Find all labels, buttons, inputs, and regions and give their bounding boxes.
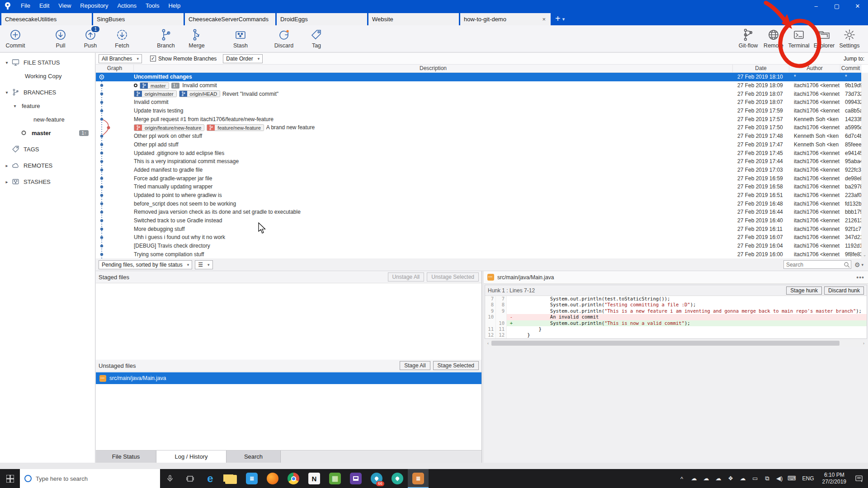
commit-row[interactable]: More debugging stuff27 Feb 2019 16:11ita… (96, 225, 861, 233)
repo-tab[interactable]: DroidEggs (277, 13, 367, 25)
taskbar-app-maps[interactable] (387, 469, 408, 488)
start-button[interactable] (0, 469, 20, 488)
menu-edit[interactable]: Edit (35, 0, 54, 12)
menu-actions[interactable]: Actions (113, 0, 141, 12)
search-input[interactable] (783, 260, 851, 269)
menu-file[interactable]: File (16, 0, 35, 12)
stash-button[interactable]: Stash (226, 27, 255, 49)
taskbar-app-notion[interactable]: N (304, 469, 325, 488)
settings-button[interactable]: Settings (837, 27, 862, 49)
unstaged-file-row[interactable]: ⋯ src/main/java/Main.java (96, 372, 481, 384)
sidebar-item-feature[interactable]: ▾feature (0, 99, 95, 113)
commit-row[interactable]: Updated .gitignore to add eclipse files2… (96, 149, 861, 157)
onedrive-cloud-icon[interactable]: ☁ (688, 475, 700, 482)
tab-log-history[interactable]: Log / History (156, 450, 226, 463)
branch-label[interactable]: origin/HEAD (179, 90, 221, 97)
tab-list-dropdown-icon[interactable]: ▾ (562, 16, 565, 22)
taskbar-search-box[interactable]: Type here to search (20, 469, 160, 488)
repo-tab[interactable]: CheesecakeServerCommands (185, 13, 275, 25)
repo-tab[interactable]: CheesecakeUtilities (1, 13, 92, 25)
close-button[interactable]: ✕ (847, 0, 868, 12)
commit-row[interactable]: master1↑Invalid commit27 Feb 2019 18:09i… (96, 81, 861, 90)
battery-icon[interactable]: ▭ (749, 475, 761, 482)
network-icon[interactable]: ⧉ (761, 475, 774, 482)
repo-tab-active[interactable]: how-to-git-demo× (460, 13, 551, 25)
sidebar-item-working-copy[interactable]: Working Copy (0, 69, 95, 83)
taskbar-app-sourcetree[interactable]: 66 (366, 469, 387, 488)
touch-keyboard-icon[interactable]: ⌨ (786, 475, 798, 482)
chevron-down-icon[interactable]: ▾ (4, 90, 10, 95)
commit-row[interactable]: Tried manually updating wrapper27 Feb 20… (96, 183, 861, 191)
history-column-headers[interactable]: GraphDescriptionDateAuthorCommit (96, 65, 861, 73)
commit-row[interactable]: Merge pull request #1 from itachi1706/fe… (96, 115, 861, 123)
commit-button[interactable]: Commit (1, 27, 30, 49)
taskbar-app-file-explorer[interactable] (221, 469, 241, 488)
sidebar-item-file-status[interactable]: ▾FILE STATUS (0, 56, 95, 69)
action-center-icon[interactable] (850, 475, 868, 482)
commit-row[interactable]: Force add gradle-wrapper jar file27 Feb … (96, 174, 861, 183)
tag-button[interactable]: Tag (302, 27, 331, 49)
tab-file-status[interactable]: File Status (96, 450, 156, 463)
stage-hunk-button[interactable]: Stage hunk (786, 286, 822, 295)
fetch-button[interactable]: Fetch (108, 27, 137, 49)
sidebar-item-remotes[interactable]: ▸REMOTES (0, 159, 95, 172)
pull-button[interactable]: Pull (46, 27, 75, 49)
commit-row[interactable]: before_script does not seem to be workin… (96, 199, 861, 208)
backup-cloud-icon[interactable]: ☁ (737, 475, 749, 482)
sidebar-item-master[interactable]: master1↑ (0, 126, 95, 140)
scroll-right-arrow[interactable]: › (860, 341, 867, 346)
git-flow-button[interactable]: Git-flow (736, 27, 761, 49)
scroll-left-arrow[interactable]: ‹ (485, 341, 491, 346)
taskbar-app-edge[interactable]: e (200, 469, 221, 488)
speaker-icon[interactable]: ◀) (774, 475, 786, 482)
column-header-author[interactable]: Author (789, 65, 840, 72)
task-view-icon[interactable] (180, 469, 200, 488)
sidebar-item-new-feature[interactable]: new-feature (0, 113, 95, 126)
commit-row[interactable]: Update travis testing27 Feb 2019 17:59it… (96, 107, 861, 115)
commit-row[interactable]: Updated to point to where gradlew is27 F… (96, 191, 861, 200)
commit-row[interactable]: Removed java version check as its done a… (96, 208, 861, 216)
taskbar-app-firefox[interactable] (262, 469, 283, 488)
taskbar-app-chrome[interactable] (283, 469, 304, 488)
taskbar-app-active-window[interactable]: ≣ (408, 469, 429, 488)
chevron-right-icon[interactable]: ▸ (4, 179, 10, 184)
repo-tab[interactable]: Website (368, 13, 459, 25)
taskbar-clock[interactable]: 6:10 PM 27/2/2019 (819, 472, 850, 485)
order-dropdown[interactable]: Date Order▾ (223, 54, 263, 63)
branch-filter-dropdown[interactable]: All Branches▾ (99, 54, 142, 63)
explorer-button[interactable]: Explorer (811, 27, 837, 49)
merge-button[interactable]: Merge (182, 27, 211, 49)
dropbox-icon[interactable]: ❖ (725, 475, 737, 482)
sidebar-item-tags[interactable]: TAGS (0, 142, 95, 156)
cloud-icon[interactable]: ☁ (712, 475, 725, 482)
microphone-icon[interactable] (160, 469, 180, 488)
more-options-icon[interactable]: ••• (856, 274, 864, 281)
branch-label[interactable]: feature/new-feature (207, 124, 264, 131)
commit-row[interactable]: Switched track to use Gradle instead27 F… (96, 216, 861, 225)
menu-view[interactable]: View (54, 0, 75, 12)
vertical-scrollbar[interactable]: ⌄ (861, 73, 868, 258)
commit-row[interactable]: origin/masterorigin/HEADRevert "Invalid … (96, 89, 861, 98)
show-remote-branches-checkbox[interactable]: ✓ (150, 56, 156, 61)
language-indicator[interactable]: ENG (798, 475, 819, 482)
commit-row[interactable]: This is a very inspirational commit mess… (96, 157, 861, 166)
commit-row[interactable]: Added manifest to gradle file27 Feb 2019… (96, 166, 861, 174)
menu-repository[interactable]: Repository (75, 0, 113, 12)
stage-all-button[interactable]: Stage All (400, 361, 430, 370)
chevron-down-icon[interactable]: ▾ (4, 60, 10, 65)
push-button[interactable]: 1Push (76, 27, 105, 49)
commit-row[interactable]: [DEBUG] Travis check directory27 Feb 201… (96, 242, 861, 250)
discard-button[interactable]: Discard (269, 27, 298, 49)
terminal-button[interactable]: Terminal (786, 27, 811, 49)
branch-button[interactable]: Branch (151, 27, 180, 49)
scrollbar-thumb[interactable] (491, 341, 840, 346)
horizontal-scrollbar[interactable]: ‹ › (485, 340, 867, 347)
commit-row[interactable]: Other ppl add stuff27 Feb 2019 17:47Kenn… (96, 141, 861, 149)
sidebar-item-stashes[interactable]: ▸STASHES (0, 175, 95, 188)
close-icon[interactable]: × (541, 16, 547, 23)
commit-row[interactable]: Uncommitted changes27 Feb 2019 18:10** (96, 73, 861, 81)
chevron-right-icon[interactable]: ▸ (4, 163, 10, 168)
maximize-button[interactable]: ▢ (826, 0, 847, 12)
onedrive-cloud-icon[interactable]: ☁ (700, 475, 712, 482)
sidebar-item-branches[interactable]: ▾BRANCHES (0, 85, 95, 99)
